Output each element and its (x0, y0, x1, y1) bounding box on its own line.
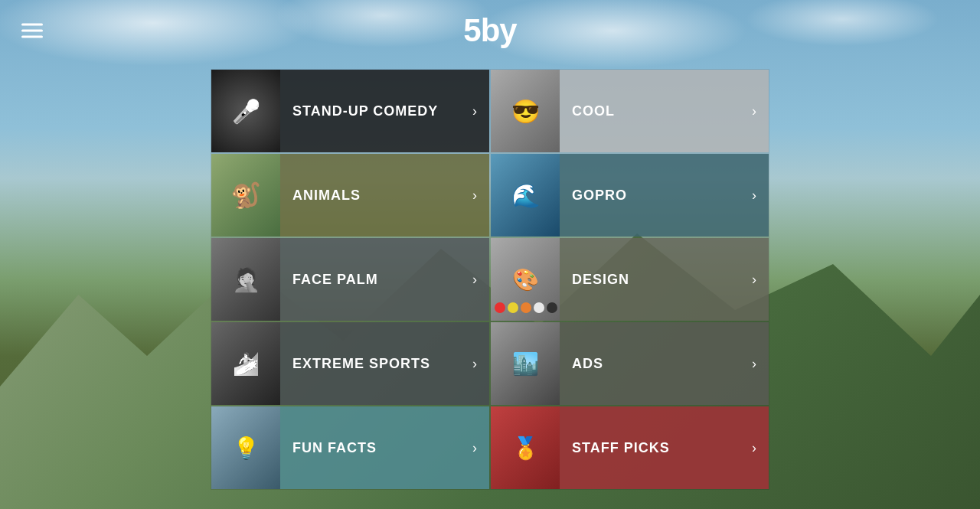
category-card-ads[interactable]: ADS› (490, 321, 769, 406)
category-card-gopro[interactable]: GOPRO› (490, 153, 769, 237)
category-card-funfacts[interactable]: FUN FACTS› (211, 406, 490, 490)
design-ball (547, 302, 557, 313)
design-ball (495, 302, 505, 313)
category-label-gopro: GOPRO (572, 188, 746, 204)
category-body-standup: STAND-UP COMEDY› (280, 70, 489, 152)
category-arrow-staffpicks: › (752, 440, 756, 456)
menu-line-3 (21, 36, 43, 38)
category-body-animals: ANIMALS› (280, 154, 489, 237)
category-arrow-cool: › (752, 103, 756, 119)
category-label-funfacts: FUN FACTS (292, 440, 466, 456)
category-thumb-standup (211, 70, 280, 152)
category-card-facepalm[interactable]: FACE PALM› (211, 237, 490, 321)
category-card-cool[interactable]: COOL› (490, 69, 769, 153)
category-arrow-animals: › (472, 188, 477, 204)
category-thumb-animals (211, 154, 280, 237)
category-body-facepalm: FACE PALM› (280, 238, 489, 321)
category-thumb-extreme (211, 322, 280, 405)
category-arrow-gopro: › (752, 188, 756, 204)
menu-line-2 (21, 30, 43, 32)
category-label-staffpicks: STAFF PICKS (572, 440, 746, 456)
category-arrow-facepalm: › (472, 272, 477, 288)
category-label-standup: STAND-UP COMEDY (292, 103, 466, 119)
design-ball (534, 302, 544, 313)
category-body-gopro: GOPRO› (560, 154, 769, 237)
design-ball (521, 302, 531, 313)
category-label-extreme: EXTREME SPORTS (292, 356, 466, 372)
category-body-staffpicks: STAFF PICKS› (560, 406, 769, 489)
category-grid: STAND-UP COMEDY›COOL›ANIMALS›GOPRO›FACE … (211, 69, 769, 490)
category-body-funfacts: FUN FACTS› (280, 406, 489, 489)
category-body-cool: COOL› (560, 70, 769, 152)
category-label-cool: COOL (572, 103, 746, 119)
category-thumb-cool (491, 70, 560, 152)
menu-button[interactable] (15, 18, 49, 44)
category-label-ads: ADS (572, 356, 746, 372)
category-thumb-facepalm (211, 238, 280, 321)
app-logo: 5by (463, 12, 516, 49)
category-thumb-design (491, 238, 560, 321)
category-card-standup[interactable]: STAND-UP COMEDY› (211, 69, 490, 153)
category-thumb-staffpicks (491, 406, 560, 489)
category-thumb-ads (491, 322, 560, 405)
category-label-animals: ANIMALS (292, 188, 466, 204)
category-label-design: DESIGN (572, 272, 746, 288)
category-thumb-funfacts (211, 406, 280, 489)
category-body-ads: ADS› (560, 322, 769, 405)
category-card-staffpicks[interactable]: STAFF PICKS› (490, 406, 769, 490)
category-card-extreme[interactable]: EXTREME SPORTS› (211, 321, 490, 406)
category-thumb-gopro (491, 154, 560, 237)
design-balls (495, 302, 557, 313)
menu-line-1 (21, 24, 43, 26)
category-card-animals[interactable]: ANIMALS› (211, 153, 490, 237)
category-arrow-standup: › (472, 103, 477, 119)
category-body-design: DESIGN› (560, 238, 769, 321)
category-arrow-design: › (752, 272, 756, 288)
category-arrow-extreme: › (472, 356, 477, 372)
category-card-design[interactable]: DESIGN› (490, 237, 769, 321)
category-body-extreme: EXTREME SPORTS› (280, 322, 489, 405)
category-label-facepalm: FACE PALM (292, 272, 466, 288)
category-arrow-ads: › (752, 356, 756, 372)
category-arrow-funfacts: › (472, 440, 477, 456)
header: 5by (0, 0, 980, 61)
design-ball (508, 302, 518, 313)
